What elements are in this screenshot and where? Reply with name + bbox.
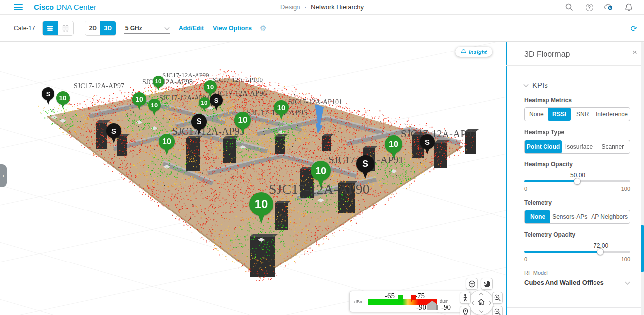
notifications-bell-icon[interactable] bbox=[624, 3, 633, 12]
heatmap-metrics-label: Heatmap Metrics bbox=[524, 97, 630, 104]
close-icon[interactable]: × bbox=[632, 48, 637, 57]
panel-resizer-handle[interactable] bbox=[506, 42, 507, 315]
stacked-view-button[interactable] bbox=[43, 21, 58, 35]
pan-up-icon[interactable] bbox=[479, 293, 483, 297]
option-snr[interactable]: SNR bbox=[571, 108, 594, 121]
telemetry-opacity-handle[interactable] bbox=[597, 248, 604, 255]
ap-pin[interactable]: 10 bbox=[132, 92, 146, 113]
ap-label: SJC17-12A-AP99 bbox=[162, 71, 209, 79]
menu-icon[interactable] bbox=[14, 4, 23, 10]
legend-tick-75: -75 bbox=[415, 292, 425, 300]
breadcrumb-separator: · bbox=[304, 3, 306, 11]
left-panel-expander[interactable]: › bbox=[0, 164, 7, 187]
view-options-link[interactable]: View Options bbox=[213, 25, 252, 32]
dimension-toggle: 2D 3D bbox=[85, 21, 116, 36]
cloud-status-icon[interactable] bbox=[604, 3, 613, 12]
breadcrumb-section[interactable]: Design bbox=[280, 3, 300, 11]
option-rssi[interactable]: RSSI bbox=[548, 108, 571, 121]
panel-scrollbar-thumb[interactable] bbox=[641, 225, 644, 272]
zoom-in-icon bbox=[494, 294, 501, 301]
insight-bell-icon bbox=[461, 49, 466, 55]
ap-pin[interactable]: 10 bbox=[234, 112, 251, 137]
walk-mode-button[interactable] bbox=[460, 292, 471, 304]
ap-pin[interactable]: 10 bbox=[199, 97, 210, 114]
columns-view-button[interactable] bbox=[58, 21, 73, 35]
clip-view-button[interactable] bbox=[481, 278, 493, 290]
heatmap-opacity-label: Heatmap Opacity bbox=[524, 161, 630, 168]
pan-down-icon[interactable] bbox=[479, 309, 483, 313]
sensor-pin[interactable]: S bbox=[106, 123, 121, 146]
insight-button[interactable]: Insight bbox=[455, 47, 492, 57]
band-select[interactable]: 5 GHz bbox=[124, 23, 170, 34]
brand-logo[interactable]: CiscoDNA Center bbox=[34, 3, 96, 11]
scene-cube-button[interactable] bbox=[466, 278, 478, 290]
pillars-icon bbox=[62, 25, 69, 32]
map-toolbar: Cafe-17 2D 3D 5 GHz Add/Edit View Option… bbox=[0, 15, 644, 42]
heading-arrow bbox=[313, 103, 326, 135]
sensor-pin[interactable]: S bbox=[42, 87, 54, 106]
drop-pin-button[interactable] bbox=[460, 306, 471, 315]
ap-pin[interactable]: 10 bbox=[153, 76, 164, 93]
option-interference[interactable]: Interference bbox=[594, 108, 630, 121]
sensor-pin[interactable]: S bbox=[191, 114, 207, 138]
option-isosurface[interactable]: Isosurface bbox=[562, 140, 595, 153]
option-scanner[interactable]: Scanner bbox=[596, 140, 630, 153]
sensor-pin[interactable]: S bbox=[420, 134, 435, 157]
ap-pin[interactable]: 10 bbox=[385, 135, 402, 162]
rf-model-label: RF Model bbox=[524, 270, 630, 276]
zoom-in-button[interactable] bbox=[492, 292, 503, 304]
search-icon[interactable] bbox=[565, 3, 574, 12]
option-none[interactable]: None bbox=[525, 210, 550, 223]
breadcrumb-page: Network Hierarchy bbox=[311, 3, 364, 11]
telemetry-label: Telemetry bbox=[524, 199, 630, 206]
zoom-out-button[interactable] bbox=[492, 306, 503, 315]
heatmap-opacity-track[interactable] bbox=[524, 180, 630, 182]
ap-label: SJC17-12A-AP92 bbox=[401, 128, 477, 140]
3d-button[interactable]: 3D bbox=[100, 21, 116, 35]
ap-label: SJC17-12A-AP98 bbox=[142, 78, 193, 86]
sensor-pin[interactable]: S bbox=[210, 94, 223, 113]
floormap-3d-view: SJC17-12A-AP97SJC17-12A-AP98SJC17-12A-AP… bbox=[0, 42, 506, 315]
telemetry-opacity-track[interactable] bbox=[524, 251, 630, 253]
ap-pin[interactable]: 10 bbox=[56, 91, 70, 111]
legend-floor-icon bbox=[426, 300, 439, 311]
panel-title: 3D Floormap bbox=[524, 50, 631, 59]
zoom-out-icon bbox=[494, 308, 501, 315]
heatmap-opacity-value: 50.00 bbox=[570, 172, 591, 179]
heatmap-type-control: Point CloudIsosurfaceScanner bbox=[524, 140, 630, 154]
panel-scrollbar-track[interactable] bbox=[641, 42, 644, 315]
add-edit-link[interactable]: Add/Edit bbox=[179, 25, 204, 32]
home-view-icon[interactable] bbox=[478, 298, 485, 307]
pan-dpad[interactable] bbox=[468, 290, 494, 315]
ap-pin[interactable]: 10 bbox=[249, 192, 273, 228]
telemetry-control: NoneSensors-APsAP Neighbors bbox=[524, 210, 630, 224]
ap-pin[interactable]: 10 bbox=[148, 99, 161, 118]
heatmap-opacity-handle[interactable] bbox=[574, 178, 581, 185]
chevron-down-icon bbox=[625, 279, 630, 284]
2d-button[interactable]: 2D bbox=[85, 21, 100, 35]
option-ap-neighbors[interactable]: AP Neighbors bbox=[589, 210, 630, 223]
legend-tick-90-right: -90 bbox=[441, 303, 451, 312]
ap-pin[interactable]: 10 bbox=[159, 134, 175, 158]
pan-right-icon[interactable] bbox=[487, 301, 491, 305]
chevron-down-icon bbox=[524, 82, 529, 87]
map-settings-gear-icon[interactable]: ⚙ bbox=[260, 24, 266, 33]
app-header: CiscoDNA Center Design · Network Hierarc… bbox=[0, 0, 644, 15]
option-none[interactable]: None bbox=[525, 108, 548, 121]
option-point-cloud[interactable]: Point Cloud bbox=[525, 140, 562, 153]
ap-pin[interactable]: 10 bbox=[311, 161, 331, 191]
pan-left-icon[interactable] bbox=[472, 301, 476, 305]
help-icon[interactable]: ? bbox=[585, 3, 594, 12]
sensor-pin[interactable]: S bbox=[356, 155, 374, 182]
legend-tick-65: -65 bbox=[385, 292, 395, 300]
section-kpis[interactable]: KPIs bbox=[524, 81, 630, 89]
ap-pin[interactable]: 10 bbox=[274, 100, 289, 122]
brand-cisco: Cisco bbox=[34, 3, 54, 11]
rf-model-select[interactable]: Cubes And Walled Offices bbox=[524, 277, 630, 290]
ap-label: SJC17-12A-AP100 bbox=[213, 76, 263, 84]
chevron-down-icon bbox=[164, 25, 169, 30]
refresh-icon[interactable]: ⟳ bbox=[631, 24, 637, 33]
slider-max: 100 bbox=[621, 256, 630, 262]
option-sensors-aps[interactable]: Sensors-APs bbox=[550, 210, 589, 223]
map-pin-icon bbox=[463, 308, 468, 315]
